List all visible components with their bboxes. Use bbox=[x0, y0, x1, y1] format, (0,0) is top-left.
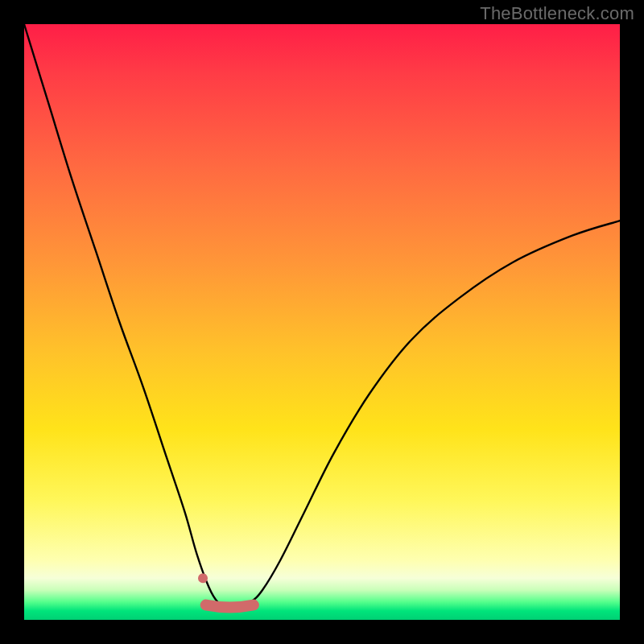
plot-area bbox=[24, 24, 620, 620]
bottleneck-curve bbox=[24, 24, 620, 605]
curve-layer bbox=[24, 24, 620, 620]
marker-dot-icon bbox=[198, 573, 208, 583]
optimal-range-marker bbox=[206, 605, 254, 608]
watermark-text: TheBottleneck.com bbox=[480, 3, 634, 24]
chart-frame: TheBottleneck.com bbox=[0, 0, 644, 644]
